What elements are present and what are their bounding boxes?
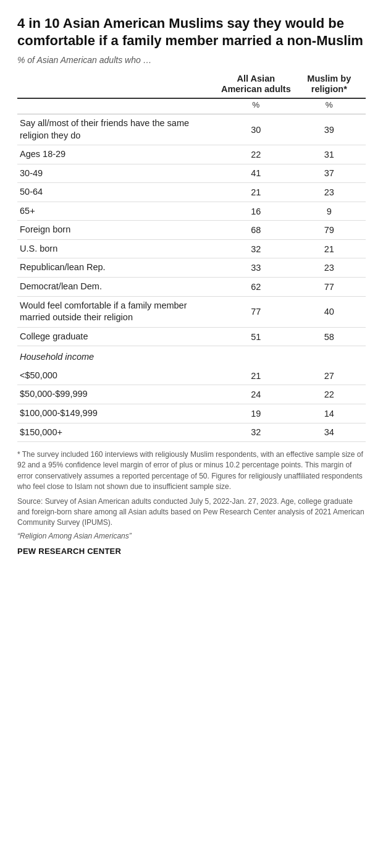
table-row: Foreign born6879 <box>17 221 366 240</box>
row-val1: 51 <box>219 327 292 346</box>
table-row: Say all/most of their friends have the s… <box>17 114 366 145</box>
row-label: Would feel comfortable if a family membe… <box>17 296 219 327</box>
row-val1: 30 <box>219 114 292 145</box>
row-label: $50,000-$99,999 <box>17 385 219 404</box>
row-label: $150,000+ <box>17 423 219 442</box>
row-val1: 21 <box>219 367 292 385</box>
row-label: Democrat/lean Dem. <box>17 278 219 297</box>
row-val2: 22 <box>293 385 366 404</box>
row-val2: 39 <box>293 114 366 145</box>
row-label: Republican/lean Rep. <box>17 258 219 278</box>
section-label: Household income <box>17 346 366 367</box>
table-row: Republican/lean Rep.3323 <box>17 258 366 278</box>
table-row: Democrat/lean Dem.6277 <box>17 278 366 297</box>
row-val1: 62 <box>219 278 292 297</box>
col1-header: All Asian American adults <box>219 74 292 98</box>
row-val1: 77 <box>219 296 292 327</box>
row-val2: 9 <box>293 202 366 221</box>
section-header-row: Household income <box>17 346 366 367</box>
footnote-text: * The survey included 160 interviews wit… <box>17 449 366 542</box>
row-val2: 27 <box>293 367 366 385</box>
row-label: Ages 18-29 <box>17 145 219 164</box>
row-val1: 22 <box>219 145 292 164</box>
row-val2: 34 <box>293 423 366 442</box>
row-label: Say all/most of their friends have the s… <box>17 114 219 145</box>
row-val1: 32 <box>219 423 292 442</box>
table-row: U.S. born3221 <box>17 239 366 258</box>
row-val1: 41 <box>219 164 292 183</box>
row-label: College graduate <box>17 327 219 346</box>
row-val1: 32 <box>219 239 292 258</box>
organization-label: PEW RESEARCH CENTER <box>17 547 366 556</box>
row-val2: 40 <box>293 296 366 327</box>
row-val2: 21 <box>293 239 366 258</box>
table-row: 65+169 <box>17 202 366 221</box>
row-val1: 21 <box>219 183 292 202</box>
data-table: All Asian American adults Muslim by reli… <box>17 74 366 442</box>
row-label: U.S. born <box>17 239 219 258</box>
row-val2: 31 <box>293 145 366 164</box>
report-title-text: “Religion Among Asian Americans” <box>17 531 366 542</box>
table-row: 50-642123 <box>17 183 366 202</box>
table-row: Ages 18-292231 <box>17 145 366 164</box>
table-row: <$50,0002127 <box>17 367 366 385</box>
row-val2: 77 <box>293 278 366 297</box>
row-label: Foreign born <box>17 221 219 240</box>
row-val1: 24 <box>219 385 292 404</box>
table-row: 30-494137 <box>17 164 366 183</box>
table-row: $150,000+3234 <box>17 423 366 442</box>
table-row: $50,000-$99,9992422 <box>17 385 366 404</box>
col2-pct: % <box>293 98 366 114</box>
row-val1: 19 <box>219 404 292 423</box>
row-val2: 58 <box>293 327 366 346</box>
row-label: 30-49 <box>17 164 219 183</box>
col-label-header <box>17 74 219 98</box>
source-text: Source: Survey of Asian American adults … <box>17 496 366 529</box>
row-val1: 33 <box>219 258 292 278</box>
row-label: 50-64 <box>17 183 219 202</box>
chart-subtitle: % of Asian American adults who … <box>17 55 366 65</box>
col1-pct: % <box>219 98 292 114</box>
row-val2: 23 <box>293 258 366 278</box>
row-label: 65+ <box>17 202 219 221</box>
row-val1: 16 <box>219 202 292 221</box>
row-val2: 37 <box>293 164 366 183</box>
table-row: Would feel comfortable if a family membe… <box>17 296 366 327</box>
chart-title: 4 in 10 Asian American Muslims say they … <box>17 15 366 49</box>
row-val2: 23 <box>293 183 366 202</box>
table-row: College graduate5158 <box>17 327 366 346</box>
table-row: $100,000-$149,9991914 <box>17 404 366 423</box>
row-val2: 79 <box>293 221 366 240</box>
row-val1: 68 <box>219 221 292 240</box>
col-label-pct <box>17 98 219 114</box>
row-label: $100,000-$149,999 <box>17 404 219 423</box>
row-label: <$50,000 <box>17 367 219 385</box>
col2-header: Muslim by religion* <box>293 74 366 98</box>
row-val2: 14 <box>293 404 366 423</box>
